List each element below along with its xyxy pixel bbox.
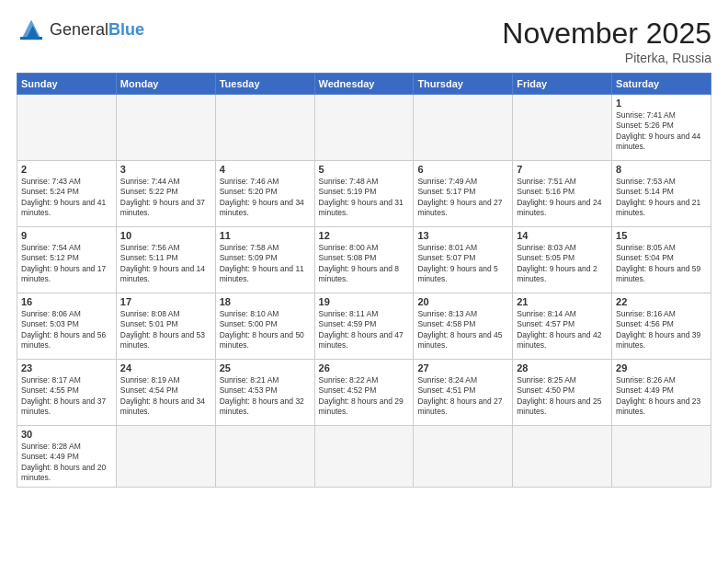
header-wednesday: Wednesday — [314, 74, 414, 95]
logo-general: General — [50, 20, 108, 39]
header-sunday: Sunday — [17, 74, 117, 95]
empty-cell — [116, 95, 215, 161]
day-11: 11 Sunrise: 7:58 AMSunset: 5:09 PMDaylig… — [215, 227, 314, 293]
day-16: 16 Sunrise: 8:06 AMSunset: 5:03 PMDaylig… — [17, 293, 117, 360]
header-saturday: Saturday — [612, 74, 711, 95]
title-block: November 2025 Piterka, Russia — [502, 17, 711, 65]
day-23: 23 Sunrise: 8:17 AMSunset: 4:55 PMDaylig… — [17, 360, 117, 426]
day-4: 4 Sunrise: 7:46 AMSunset: 5:20 PMDayligh… — [215, 161, 314, 227]
day-3: 3 Sunrise: 7:44 AMSunset: 5:22 PMDayligh… — [116, 161, 215, 227]
empty-cell — [513, 426, 612, 488]
day-1: 1 Sunrise: 7:41 AM Sunset: 5:26 PM Dayli… — [612, 95, 711, 161]
day-27: 27 Sunrise: 8:24 AMSunset: 4:51 PMDaylig… — [414, 360, 513, 426]
day-9: 9 Sunrise: 7:54 AMSunset: 5:12 PMDayligh… — [17, 227, 117, 293]
header-monday: Monday — [116, 74, 215, 95]
logo: GeneralBlue — [17, 17, 144, 42]
logo-text: GeneralBlue — [50, 20, 144, 40]
weekday-header-row: Sunday Monday Tuesday Wednesday Thursday… — [17, 74, 711, 95]
header: GeneralBlue November 2025 Piterka, Russi… — [17, 17, 711, 65]
empty-cell — [215, 95, 314, 161]
week-row-4: 16 Sunrise: 8:06 AMSunset: 5:03 PMDaylig… — [17, 293, 711, 360]
logo-icon — [17, 17, 46, 42]
day-22: 22 Sunrise: 8:16 AMSunset: 4:56 PMDaylig… — [612, 293, 711, 360]
empty-cell — [314, 426, 414, 488]
day-12: 12 Sunrise: 8:00 AMSunset: 5:08 PMDaylig… — [314, 227, 414, 293]
day-2: 2 Sunrise: 7:43 AMSunset: 5:24 PMDayligh… — [17, 161, 117, 227]
day-5: 5 Sunrise: 7:48 AMSunset: 5:19 PMDayligh… — [314, 161, 414, 227]
week-row-1: 1 Sunrise: 7:41 AM Sunset: 5:26 PM Dayli… — [17, 95, 711, 161]
day-30: 30 Sunrise: 8:28 AMSunset: 4:49 PMDaylig… — [17, 426, 117, 488]
day-18: 18 Sunrise: 8:10 AMSunset: 5:00 PMDaylig… — [215, 293, 314, 360]
week-row-5: 23 Sunrise: 8:17 AMSunset: 4:55 PMDaylig… — [17, 360, 711, 426]
location: Piterka, Russia — [502, 51, 711, 65]
empty-cell — [215, 426, 314, 488]
day-28: 28 Sunrise: 8:25 AMSunset: 4:50 PMDaylig… — [513, 360, 612, 426]
day-7: 7 Sunrise: 7:51 AMSunset: 5:16 PMDayligh… — [513, 161, 612, 227]
empty-cell — [414, 95, 513, 161]
empty-cell — [513, 95, 612, 161]
day-13: 13 Sunrise: 8:01 AMSunset: 5:07 PMDaylig… — [414, 227, 513, 293]
empty-cell — [17, 95, 117, 161]
day-6: 6 Sunrise: 7:49 AMSunset: 5:17 PMDayligh… — [414, 161, 513, 227]
day-21: 21 Sunrise: 8:14 AMSunset: 4:57 PMDaylig… — [513, 293, 612, 360]
day-8: 8 Sunrise: 7:53 AMSunset: 5:14 PMDayligh… — [612, 161, 711, 227]
day-25: 25 Sunrise: 8:21 AMSunset: 4:53 PMDaylig… — [215, 360, 314, 426]
day-24: 24 Sunrise: 8:19 AMSunset: 4:54 PMDaylig… — [116, 360, 215, 426]
logo-blue-text: Blue — [108, 20, 144, 39]
day-26: 26 Sunrise: 8:22 AMSunset: 4:52 PMDaylig… — [314, 360, 414, 426]
empty-cell — [414, 426, 513, 488]
week-row-6: 30 Sunrise: 8:28 AMSunset: 4:49 PMDaylig… — [17, 426, 711, 488]
header-thursday: Thursday — [414, 74, 513, 95]
empty-cell — [612, 426, 711, 488]
header-tuesday: Tuesday — [215, 74, 314, 95]
day-17: 17 Sunrise: 8:08 AMSunset: 5:01 PMDaylig… — [116, 293, 215, 360]
day-19: 19 Sunrise: 8:11 AMSunset: 4:59 PMDaylig… — [314, 293, 414, 360]
day-14: 14 Sunrise: 8:03 AMSunset: 5:05 PMDaylig… — [513, 227, 612, 293]
day-10: 10 Sunrise: 7:56 AMSunset: 5:11 PMDaylig… — [116, 227, 215, 293]
day-29: 29 Sunrise: 8:26 AMSunset: 4:49 PMDaylig… — [612, 360, 711, 426]
calendar: Sunday Monday Tuesday Wednesday Thursday… — [17, 73, 711, 488]
month-title: November 2025 — [502, 17, 711, 51]
day-20: 20 Sunrise: 8:13 AMSunset: 4:58 PMDaylig… — [414, 293, 513, 360]
day-15: 15 Sunrise: 8:05 AMSunset: 5:04 PMDaylig… — [612, 227, 711, 293]
empty-cell — [314, 95, 414, 161]
header-friday: Friday — [513, 74, 612, 95]
empty-cell — [116, 426, 215, 488]
week-row-2: 2 Sunrise: 7:43 AMSunset: 5:24 PMDayligh… — [17, 161, 711, 227]
svg-rect-2 — [20, 37, 42, 40]
page: GeneralBlue November 2025 Piterka, Russi… — [0, 0, 728, 563]
week-row-3: 9 Sunrise: 7:54 AMSunset: 5:12 PMDayligh… — [17, 227, 711, 293]
